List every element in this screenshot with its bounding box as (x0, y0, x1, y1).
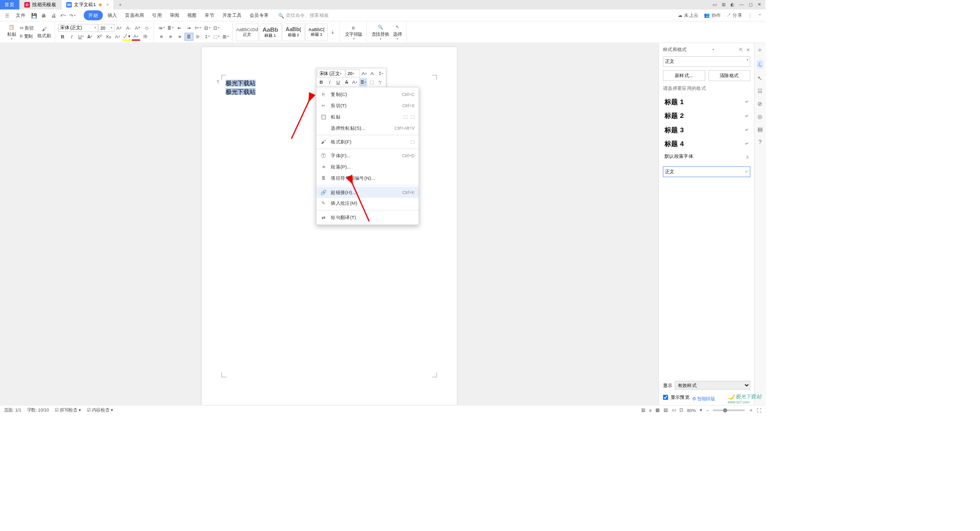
save-icon[interactable]: 💾 (30, 11, 38, 19)
tab-templates[interactable]: D 找稻壳模板 (19, 0, 61, 10)
text-layout-button[interactable]: ⫼文字排版▾ (343, 23, 364, 41)
bold-button[interactable]: B (58, 33, 67, 41)
more-icon[interactable]: ⋮ (748, 13, 752, 18)
vbar-search-icon[interactable]: ☵ (757, 88, 763, 94)
menu-page-layout[interactable]: 页面布局 (122, 10, 148, 20)
style-default-para-font[interactable]: 默认段落字体a (663, 151, 750, 162)
circled-char-icon[interactable]: ㊝ (141, 33, 150, 41)
ctx-format-painter[interactable]: 🖌格式刷(F)⬚ (316, 136, 419, 148)
tab-stops-button[interactable]: ⊢▾ (194, 23, 203, 32)
align-left-button[interactable]: ≡ (157, 33, 166, 41)
cut-button[interactable]: ✂剪切 (18, 24, 35, 32)
ctx-translate[interactable]: ⇄短句翻译(T) (316, 212, 419, 223)
mini-bold-button[interactable]: B (317, 78, 326, 86)
add-tab-button[interactable]: ＋ (114, 0, 127, 10)
format-painter-button[interactable]: 🖌格式刷 (36, 25, 52, 39)
ctx-insert-comment[interactable]: ✎插入批注(M) (316, 198, 419, 209)
current-style-select[interactable]: 正文▾ (663, 56, 750, 67)
indent-button[interactable]: ⇥ (185, 23, 193, 32)
paste-button[interactable]: 📋粘贴▾ (6, 23, 17, 41)
highlight-button[interactable]: ㇢▾ (122, 33, 131, 41)
font-color-button[interactable]: A▾ (113, 33, 122, 41)
menu-references[interactable]: 引用 (149, 10, 165, 20)
mini-highlight-button[interactable]: ⬚ (368, 78, 376, 86)
vbar-styles-icon[interactable]: ℒ (757, 60, 763, 68)
style-body-selected[interactable]: 正文↵ (663, 166, 750, 177)
sb-view1-icon[interactable]: ▥ (641, 407, 645, 413)
sb-zoom-value[interactable]: 80% (687, 408, 696, 413)
ctx-paste[interactable]: 📋粘贴⬚⬚ (316, 111, 419, 123)
grid-icon[interactable]: ⊞ (722, 2, 726, 8)
numbering-button[interactable]: ≣▾ (166, 23, 175, 32)
mini-line-spacing-icon[interactable]: ‡▾ (377, 69, 385, 78)
align-center-button[interactable]: ≡ (166, 33, 175, 41)
shading-button[interactable]: ⬚▾ (212, 33, 220, 41)
underline-button[interactable]: U▾ (77, 33, 85, 41)
mini-italic-button[interactable]: I (326, 78, 334, 86)
sb-view3-icon[interactable]: ▦ (655, 407, 659, 413)
style-h3[interactable]: 标题 3↵ (663, 123, 750, 137)
ctx-paragraph[interactable]: ≡段落(P)... (316, 161, 419, 173)
ctx-hyperlink[interactable]: 🔗超链接(H)...Ctrl+K (316, 187, 419, 198)
style-heading1[interactable]: AaBb标题 1 (259, 23, 282, 41)
style-h2[interactable]: 标题 2↵ (663, 109, 750, 123)
toggle-marks-button[interactable]: ⊡▾ (212, 23, 220, 32)
increase-font-icon[interactable]: A+ (115, 23, 124, 32)
ctx-font[interactable]: Ⓣ字体(F)...Ctrl+D (316, 150, 419, 161)
styles-more-icon[interactable]: ⇣ (329, 28, 337, 36)
distribute-button[interactable]: ⊪ (194, 33, 203, 41)
superscript-button[interactable]: X² (95, 33, 104, 41)
sb-view4-icon[interactable]: ▤ (664, 407, 668, 413)
sb-page[interactable]: 页面: 1/1 (4, 407, 21, 413)
display-select[interactable]: 有效样式 (675, 381, 750, 390)
vbar-ai-icon[interactable]: ✧ (757, 47, 762, 53)
vbar-book-icon[interactable]: ▤ (757, 126, 763, 132)
menu-view[interactable]: 视图 (184, 10, 200, 20)
bullets-button[interactable]: ≔▾ (157, 23, 166, 32)
show-preview-checkbox[interactable] (663, 395, 668, 400)
document-area[interactable]: ¶ 极光下载站 极光下载站 宋体 (正文▾ 20▾ A+ A- ‡▾ (0, 43, 658, 405)
sb-words[interactable]: 字数: 10/10 (27, 407, 49, 413)
text-color-button[interactable]: A▾ (132, 33, 140, 41)
clear-format-button[interactable]: 清除格式 (708, 70, 750, 81)
clear-format-icon[interactable]: ◇ (142, 23, 151, 32)
vbar-select-icon[interactable]: ↖ (757, 75, 762, 81)
close-tab-icon[interactable]: × (106, 2, 109, 8)
minimize-icon[interactable]: — (739, 2, 744, 8)
mini-font-name[interactable]: 宋体 (正文▾ (317, 69, 346, 78)
vbar-location-icon[interactable]: ◎ (757, 113, 762, 119)
paste-option2-icon[interactable]: ⬚ (410, 114, 415, 119)
style-h1[interactable]: 标题 1↵ (663, 95, 750, 109)
mini-align-button[interactable]: ≣▾ (359, 78, 368, 86)
redo-icon[interactable]: ↷▾ (68, 11, 77, 19)
style-h4[interactable]: 标题 4↵ (663, 137, 750, 151)
layout-icon[interactable]: ▭ (713, 2, 717, 8)
close-window-icon[interactable]: ✕ (757, 2, 762, 8)
zoom-slider[interactable] (713, 409, 744, 411)
smart-layout-link[interactable]: ⚙ 智能排版 (692, 396, 715, 402)
font-name-select[interactable]: 宋体 (正文)▾ (58, 23, 98, 32)
outdent-button[interactable]: ⇤ (176, 23, 184, 32)
style-heading3[interactable]: AaBbC(标题 3 (305, 23, 328, 41)
ctx-copy[interactable]: ⎘复制(C)Ctrl+C (316, 89, 419, 100)
sb-fit-icon[interactable]: ⊡ (679, 407, 683, 413)
tab-document[interactable]: W 文字文稿1 ● × (61, 0, 114, 10)
style-heading2[interactable]: AaBb(标题 2 (282, 23, 305, 41)
menu-start[interactable]: 开始 (84, 10, 103, 20)
ctx-bullets-numbering[interactable]: ≣项目符号和编号(N)... (316, 173, 419, 184)
menu-member[interactable]: 会员专享 (247, 10, 272, 20)
sb-view5-icon[interactable]: ▭ (672, 407, 676, 413)
select-button[interactable]: ↖选择▾ (391, 23, 403, 41)
collab-button[interactable]: 👥 协作 (704, 12, 721, 18)
align-justify-button[interactable]: ≣ (185, 33, 193, 41)
mini-phonetic-button[interactable]: ㄅ (376, 78, 384, 86)
mini-strikethrough-button[interactable]: A̶ (342, 78, 351, 86)
ctx-cut[interactable]: ✂剪切(T)Ctrl+X (316, 100, 419, 111)
print-icon[interactable]: 🖶 (40, 11, 48, 19)
mini-font-size[interactable]: 20▾ (346, 69, 360, 78)
undo-icon[interactable]: ↶▾ (59, 11, 67, 19)
strikethrough-button[interactable]: A̶▾ (86, 33, 94, 41)
mini-font-color-button[interactable]: A▾ (351, 78, 359, 86)
mini-increase-font-icon[interactable]: A+ (360, 69, 369, 78)
align-right-button[interactable]: ≡ (176, 33, 184, 41)
